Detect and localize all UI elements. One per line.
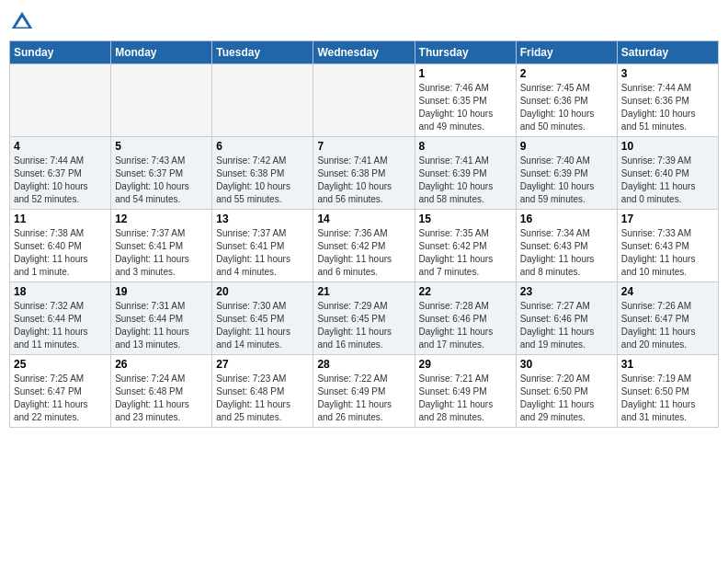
calendar-cell: 13Sunrise: 7:37 AM Sunset: 6:41 PM Dayli…	[212, 210, 313, 282]
day-info: Sunrise: 7:38 AM Sunset: 6:40 PM Dayligh…	[14, 227, 107, 279]
calendar-cell: 18Sunrise: 7:32 AM Sunset: 6:44 PM Dayli…	[10, 282, 111, 355]
calendar-cell: 22Sunrise: 7:28 AM Sunset: 6:46 PM Dayli…	[415, 282, 516, 355]
calendar-cell: 8Sunrise: 7:41 AM Sunset: 6:39 PM Daylig…	[415, 137, 516, 210]
day-number: 18	[14, 285, 107, 298]
calendar-cell: 17Sunrise: 7:33 AM Sunset: 6:43 PM Dayli…	[617, 210, 718, 282]
day-info: Sunrise: 7:29 AM Sunset: 6:45 PM Dayligh…	[317, 300, 410, 351]
day-number: 31	[621, 358, 714, 371]
day-info: Sunrise: 7:24 AM Sunset: 6:48 PM Dayligh…	[115, 373, 208, 424]
day-info: Sunrise: 7:20 AM Sunset: 6:50 PM Dayligh…	[520, 373, 613, 424]
day-number: 10	[621, 140, 714, 153]
day-number: 24	[621, 285, 714, 298]
logo	[9, 9, 39, 35]
day-info: Sunrise: 7:42 AM Sunset: 6:38 PM Dayligh…	[216, 155, 309, 206]
day-number: 30	[520, 358, 613, 371]
day-info: Sunrise: 7:26 AM Sunset: 6:47 PM Dayligh…	[621, 300, 714, 351]
calendar-cell: 25Sunrise: 7:25 AM Sunset: 6:47 PM Dayli…	[10, 355, 111, 428]
calendar-cell: 23Sunrise: 7:27 AM Sunset: 6:46 PM Dayli…	[516, 282, 617, 355]
day-info: Sunrise: 7:43 AM Sunset: 6:37 PM Dayligh…	[115, 155, 208, 206]
calendar-cell: 26Sunrise: 7:24 AM Sunset: 6:48 PM Dayli…	[111, 355, 212, 428]
day-number: 2	[520, 67, 613, 80]
calendar-cell: 31Sunrise: 7:19 AM Sunset: 6:50 PM Dayli…	[617, 355, 718, 428]
day-info: Sunrise: 7:34 AM Sunset: 6:43 PM Dayligh…	[520, 227, 613, 279]
day-number: 27	[216, 358, 309, 371]
day-info: Sunrise: 7:22 AM Sunset: 6:49 PM Dayligh…	[317, 373, 410, 424]
day-info: Sunrise: 7:41 AM Sunset: 6:39 PM Dayligh…	[419, 155, 512, 206]
column-header-tuesday: Tuesday	[212, 41, 313, 64]
day-number: 1	[419, 67, 512, 80]
day-number: 20	[216, 285, 309, 298]
day-number: 12	[115, 213, 208, 225]
day-info: Sunrise: 7:32 AM Sunset: 6:44 PM Dayligh…	[14, 300, 107, 351]
calendar-cell: 21Sunrise: 7:29 AM Sunset: 6:45 PM Dayli…	[313, 282, 415, 355]
day-number: 29	[419, 358, 512, 371]
day-info: Sunrise: 7:37 AM Sunset: 6:41 PM Dayligh…	[115, 227, 208, 279]
day-info: Sunrise: 7:45 AM Sunset: 6:36 PM Dayligh…	[520, 82, 613, 133]
day-number: 13	[216, 213, 309, 225]
calendar-cell: 2Sunrise: 7:45 AM Sunset: 6:36 PM Daylig…	[516, 64, 617, 137]
day-number: 14	[317, 213, 410, 225]
calendar-table: SundayMondayTuesdayWednesdayThursdayFrid…	[9, 40, 719, 428]
day-info: Sunrise: 7:35 AM Sunset: 6:42 PM Dayligh…	[419, 227, 512, 279]
calendar-cell: 24Sunrise: 7:26 AM Sunset: 6:47 PM Dayli…	[617, 282, 718, 355]
column-header-thursday: Thursday	[415, 41, 516, 64]
day-number: 11	[14, 213, 107, 225]
calendar-cell: 16Sunrise: 7:34 AM Sunset: 6:43 PM Dayli…	[516, 210, 617, 282]
calendar-header-row: SundayMondayTuesdayWednesdayThursdayFrid…	[10, 41, 719, 64]
day-info: Sunrise: 7:44 AM Sunset: 6:36 PM Dayligh…	[621, 82, 714, 133]
calendar-week-row: 25Sunrise: 7:25 AM Sunset: 6:47 PM Dayli…	[10, 355, 719, 428]
day-info: Sunrise: 7:33 AM Sunset: 6:43 PM Dayligh…	[621, 227, 714, 279]
calendar-cell: 15Sunrise: 7:35 AM Sunset: 6:42 PM Dayli…	[415, 210, 516, 282]
day-number: 21	[317, 285, 410, 298]
calendar-cell: 6Sunrise: 7:42 AM Sunset: 6:38 PM Daylig…	[212, 137, 313, 210]
day-number: 6	[216, 140, 309, 153]
calendar-week-row: 11Sunrise: 7:38 AM Sunset: 6:40 PM Dayli…	[10, 210, 719, 282]
day-number: 9	[520, 140, 613, 153]
calendar-cell	[10, 64, 111, 137]
column-header-wednesday: Wednesday	[313, 41, 415, 64]
calendar-week-row: 18Sunrise: 7:32 AM Sunset: 6:44 PM Dayli…	[10, 282, 719, 355]
calendar-week-row: 4Sunrise: 7:44 AM Sunset: 6:37 PM Daylig…	[10, 137, 719, 210]
day-number: 17	[621, 213, 714, 225]
day-info: Sunrise: 7:21 AM Sunset: 6:49 PM Dayligh…	[419, 373, 512, 424]
day-number: 22	[419, 285, 512, 298]
calendar-cell	[313, 64, 415, 137]
calendar-cell	[111, 64, 212, 137]
day-number: 23	[520, 285, 613, 298]
calendar-cell: 30Sunrise: 7:20 AM Sunset: 6:50 PM Dayli…	[516, 355, 617, 428]
column-header-saturday: Saturday	[617, 41, 718, 64]
calendar-cell: 4Sunrise: 7:44 AM Sunset: 6:37 PM Daylig…	[10, 137, 111, 210]
day-info: Sunrise: 7:19 AM Sunset: 6:50 PM Dayligh…	[621, 373, 714, 424]
day-number: 15	[419, 213, 512, 225]
day-info: Sunrise: 7:36 AM Sunset: 6:42 PM Dayligh…	[317, 227, 410, 279]
calendar-cell: 7Sunrise: 7:41 AM Sunset: 6:38 PM Daylig…	[313, 137, 415, 210]
day-number: 26	[115, 358, 208, 371]
column-header-sunday: Sunday	[10, 41, 111, 64]
day-info: Sunrise: 7:25 AM Sunset: 6:47 PM Dayligh…	[14, 373, 107, 424]
day-info: Sunrise: 7:44 AM Sunset: 6:37 PM Dayligh…	[14, 155, 107, 206]
day-info: Sunrise: 7:37 AM Sunset: 6:41 PM Dayligh…	[216, 227, 309, 279]
calendar-cell: 1Sunrise: 7:46 AM Sunset: 6:35 PM Daylig…	[415, 64, 516, 137]
calendar-cell: 27Sunrise: 7:23 AM Sunset: 6:48 PM Dayli…	[212, 355, 313, 428]
page-header	[9, 9, 719, 35]
calendar-cell: 9Sunrise: 7:40 AM Sunset: 6:39 PM Daylig…	[516, 137, 617, 210]
calendar-week-row: 1Sunrise: 7:46 AM Sunset: 6:35 PM Daylig…	[10, 64, 719, 137]
column-header-monday: Monday	[111, 41, 212, 64]
day-number: 4	[14, 140, 107, 153]
day-info: Sunrise: 7:30 AM Sunset: 6:45 PM Dayligh…	[216, 300, 309, 351]
calendar-cell: 28Sunrise: 7:22 AM Sunset: 6:49 PM Dayli…	[313, 355, 415, 428]
day-info: Sunrise: 7:41 AM Sunset: 6:38 PM Dayligh…	[317, 155, 410, 206]
day-number: 5	[115, 140, 208, 153]
day-info: Sunrise: 7:23 AM Sunset: 6:48 PM Dayligh…	[216, 373, 309, 424]
column-header-friday: Friday	[516, 41, 617, 64]
day-number: 19	[115, 285, 208, 298]
calendar-cell	[212, 64, 313, 137]
calendar-cell: 19Sunrise: 7:31 AM Sunset: 6:44 PM Dayli…	[111, 282, 212, 355]
day-number: 8	[419, 140, 512, 153]
day-number: 7	[317, 140, 410, 153]
day-info: Sunrise: 7:31 AM Sunset: 6:44 PM Dayligh…	[115, 300, 208, 351]
calendar-cell: 14Sunrise: 7:36 AM Sunset: 6:42 PM Dayli…	[313, 210, 415, 282]
calendar-cell: 29Sunrise: 7:21 AM Sunset: 6:49 PM Dayli…	[415, 355, 516, 428]
day-number: 25	[14, 358, 107, 371]
calendar-cell: 3Sunrise: 7:44 AM Sunset: 6:36 PM Daylig…	[617, 64, 718, 137]
